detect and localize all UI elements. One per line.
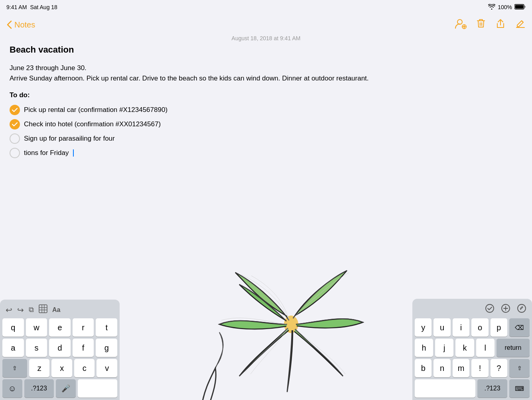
keyboard-dismiss-button[interactable]: ⌨ [509, 379, 530, 398]
checkbox-checked-2[interactable] [10, 119, 20, 129]
key-row-2-left: a s d f g [2, 339, 117, 357]
key-x[interactable]: x [51, 359, 72, 377]
key-row-bottom-right: .?123 ⌨ [415, 379, 530, 398]
pencil-circle-icon[interactable] [517, 304, 526, 315]
status-left: 9:41 AM Sat Aug 18 [6, 4, 57, 10]
todo-text-2: Check into hotel (confirmation #XX012345… [24, 120, 161, 128]
compose-icon[interactable] [515, 18, 526, 31]
key-row-3-left: ⇧ z x c v [2, 359, 117, 377]
space-right-button[interactable] [415, 379, 475, 398]
key-row-1-left: q w e r t [2, 318, 117, 337]
numeric-right-button[interactable]: .?123 [477, 379, 508, 398]
key-z[interactable]: z [29, 359, 50, 377]
key-o[interactable]: o [471, 318, 488, 337]
wifi-icon [488, 4, 495, 11]
note-body: June 23 through June 30. Arrive Sunday a… [10, 63, 522, 83]
plus-circle-icon[interactable] [501, 304, 510, 315]
add-person-icon[interactable] [455, 18, 467, 31]
keyboard-toolbar-right [415, 302, 530, 318]
undo-button[interactable]: ↩ [6, 305, 12, 315]
note-content: Beach vacation June 23 through June 30. … [0, 45, 532, 158]
key-row-3-right: b n m ! ? ⇧ [415, 359, 530, 377]
key-exclaim[interactable]: ! [471, 359, 488, 377]
todo-text-3: Sign up for parasailing for four [24, 135, 115, 143]
todo-text-4: tions for Friday [24, 149, 69, 157]
note-body-line2: Arrive Sunday afternoon. Pick up rental … [10, 73, 522, 84]
time: 9:41 AM [6, 4, 27, 10]
todo-text-1: Pick up rental car (confirmation #X12345… [24, 106, 167, 114]
key-question[interactable]: ? [491, 359, 507, 377]
emoji-button[interactable]: ☺ [2, 379, 22, 398]
checkbox-unchecked-3[interactable] [10, 133, 20, 144]
backspace-button[interactable]: ⌫ [509, 318, 530, 337]
key-row-2-right: h j k l return [415, 339, 530, 357]
todo-item-3: Sign up for parasailing for four [10, 133, 522, 144]
todo-list: Pick up rental car (confirmation #X12345… [10, 105, 522, 158]
key-r[interactable]: r [73, 318, 94, 337]
todo-item-1: Pick up rental car (confirmation #X12345… [10, 105, 522, 115]
battery-percentage: 100% [498, 4, 512, 10]
battery-icon [514, 4, 526, 11]
key-k[interactable]: k [455, 339, 474, 357]
key-row-1-right: y u i o p ⌫ [415, 318, 530, 337]
mic-button[interactable]: 🎤 [56, 379, 76, 398]
format-button[interactable]: Aa [52, 306, 60, 314]
key-row-bottom-left: ☺ .?123 🎤 [2, 379, 117, 398]
key-j[interactable]: j [435, 339, 453, 357]
key-f[interactable]: f [73, 339, 94, 357]
key-s[interactable]: s [26, 339, 47, 357]
key-d[interactable]: d [49, 339, 71, 357]
space-left-button[interactable] [78, 379, 117, 398]
redo-button[interactable]: ↪ [17, 305, 24, 315]
key-u[interactable]: u [433, 318, 450, 337]
key-p[interactable]: p [491, 318, 507, 337]
back-button[interactable]: Notes [6, 20, 35, 29]
return-button[interactable]: return [497, 339, 530, 357]
timestamp: August 18, 2018 at 9:41 AM [0, 35, 532, 41]
key-b[interactable]: b [415, 359, 432, 377]
status-bar: 9:41 AM Sat Aug 18 100% [0, 0, 532, 14]
svg-rect-1 [515, 5, 524, 8]
svg-rect-2 [524, 6, 526, 8]
key-v[interactable]: v [97, 359, 117, 377]
nav-bar: Notes [0, 14, 532, 35]
text-cursor [73, 149, 74, 157]
todo-header: To do: [10, 91, 522, 99]
key-y[interactable]: y [415, 318, 432, 337]
key-i[interactable]: i [453, 318, 469, 337]
todo-item-4: tions for Friday [10, 148, 522, 158]
numeric-left-button[interactable]: .?123 [24, 379, 54, 398]
key-l[interactable]: l [476, 339, 495, 357]
trash-icon[interactable] [476, 18, 486, 31]
key-q[interactable]: q [2, 318, 24, 337]
nav-actions [455, 18, 526, 31]
check-circle-icon[interactable] [485, 304, 495, 315]
note-body-line1: June 23 through June 30. [10, 63, 522, 73]
keyboard-toolbar-left: ↩ ↪ ⧉ Aa [2, 303, 117, 318]
back-label: Notes [14, 20, 35, 29]
svg-point-11 [486, 304, 494, 312]
key-h[interactable]: h [415, 339, 433, 357]
status-right: 100% [488, 4, 526, 11]
plant-svg [140, 201, 439, 400]
checkbox-checked-1[interactable] [10, 105, 20, 115]
note-title: Beach vacation [10, 45, 522, 55]
key-n[interactable]: n [433, 359, 450, 377]
key-e[interactable]: e [49, 318, 71, 337]
key-t[interactable]: t [96, 318, 117, 337]
shift-left-button[interactable]: ⇧ [2, 359, 27, 377]
key-a[interactable]: a [2, 339, 24, 357]
svg-rect-6 [39, 305, 47, 313]
share-icon[interactable] [495, 18, 506, 31]
keyboard-right: y u i o p ⌫ h j k l return b n m ! ? ⇧ .… [412, 299, 532, 400]
checkbox-unchecked-4[interactable] [10, 148, 20, 158]
key-w[interactable]: w [26, 318, 47, 337]
key-g[interactable]: g [96, 339, 117, 357]
copy-button[interactable]: ⧉ [29, 306, 34, 314]
table-button[interactable] [39, 304, 47, 315]
date: Sat Aug 18 [30, 4, 57, 10]
key-c[interactable]: c [74, 359, 95, 377]
shift-right-button[interactable]: ⇧ [509, 359, 530, 377]
todo-item-2: Check into hotel (confirmation #XX012345… [10, 119, 522, 129]
key-m[interactable]: m [453, 359, 469, 377]
